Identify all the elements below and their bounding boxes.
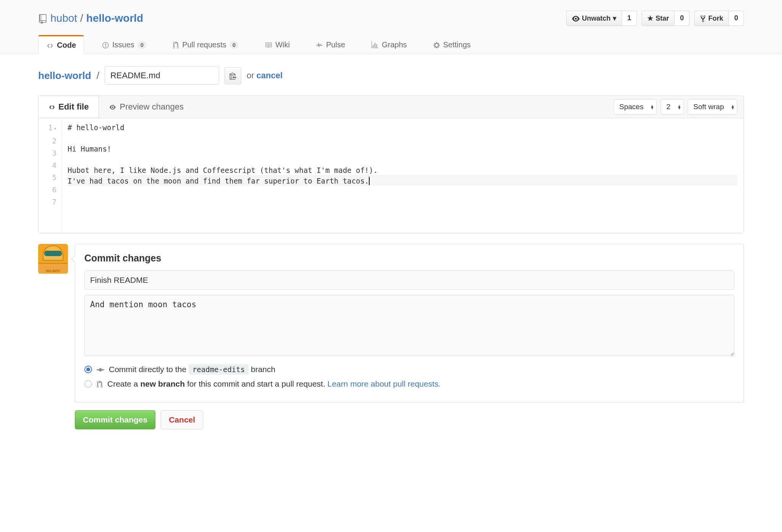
star-icon: ★ <box>647 14 653 23</box>
repo-header: hubot / hello-world Unwatch ▾ 1 ★ Star <box>0 0 782 54</box>
avatar: HU-BOT <box>38 244 68 274</box>
breadcrumb: hello-world / or cancel <box>38 66 744 85</box>
commit-heading: Commit changes <box>84 253 734 264</box>
tab-code-label: Code <box>57 41 76 50</box>
editor-box: Edit file Preview changes Spaces ▴▾ 2 ▴▾ <box>38 95 744 233</box>
commit-icon <box>97 366 104 374</box>
watch-count[interactable]: 1 <box>622 11 637 26</box>
cancel-link[interactable]: cancel <box>257 71 283 80</box>
fork-button[interactable]: Fork <box>694 11 729 26</box>
breadcrumb-root[interactable]: hello-world <box>38 70 91 82</box>
repo-title: hubot / hello-world <box>38 12 143 24</box>
radio-newbranch[interactable] <box>84 380 92 388</box>
repo-name-link[interactable]: hello-world <box>86 12 143 24</box>
code-icon <box>46 41 54 50</box>
tab-graphs-label: Graphs <box>382 40 407 49</box>
tab-pulls-label: Pull requests <box>182 40 226 49</box>
tab-wiki[interactable]: Wiki <box>257 35 298 54</box>
commit-changes-button[interactable]: Commit changes <box>75 410 155 429</box>
commit-box: Commit changes Commit directly to the re… <box>75 244 744 403</box>
tab-settings[interactable]: Settings <box>425 35 479 54</box>
issues-count: 0 <box>137 41 147 49</box>
star-label: Star <box>656 15 669 23</box>
caret-sort-icon: ▴▾ <box>651 105 653 109</box>
issue-icon <box>102 40 109 49</box>
cancel-button[interactable]: Cancel <box>161 410 203 429</box>
tab-preview-changes[interactable]: Preview changes <box>99 96 194 118</box>
book-icon <box>265 40 272 49</box>
repo-tabs: Code Issues 0 Pull requests 0 Wiki Pulse <box>38 35 744 54</box>
indent-mode-select[interactable]: Spaces ▴▾ <box>614 99 657 114</box>
or-cancel: or cancel <box>247 71 283 81</box>
radio-direct[interactable] <box>84 366 92 373</box>
repo-owner-link[interactable]: hubot <box>50 12 77 24</box>
tab-edit-file[interactable]: Edit file <box>39 95 99 118</box>
opt-direct-text: Commit directly to the readme-edits bran… <box>109 365 275 374</box>
indent-size-select[interactable]: 2 ▴▾ <box>661 99 684 114</box>
tab-issues[interactable]: Issues 0 <box>94 35 155 54</box>
branch-chip: readme-edits <box>189 364 249 375</box>
edit-tab-label: Edit file <box>58 102 89 112</box>
caret-sort-icon: ▴▾ <box>678 105 680 109</box>
pulse-icon <box>316 40 323 49</box>
pr-icon <box>97 380 103 388</box>
pr-icon <box>173 40 179 49</box>
unwatch-group: Unwatch ▾ 1 <box>566 11 637 26</box>
tab-settings-label: Settings <box>443 40 471 49</box>
learn-more-link[interactable]: Learn more about pull requests. <box>328 379 441 388</box>
commit-summary-input[interactable] <box>84 271 734 290</box>
commit-option-newbranch[interactable]: Create a new branch for this commit and … <box>84 379 734 389</box>
code-lines[interactable]: # hello-worldHi Humans!Hubot here, I lik… <box>61 118 743 233</box>
commit-description-textarea[interactable] <box>84 295 734 356</box>
repo-icon <box>38 12 47 24</box>
code-icon <box>48 102 55 112</box>
tab-pulse[interactable]: Pulse <box>308 35 353 54</box>
breadcrumb-separator: / <box>97 70 99 82</box>
filename-input[interactable] <box>105 66 219 85</box>
wrap-mode-select[interactable]: Soft wrap ▴▾ <box>688 99 737 114</box>
fork-group: Fork 0 <box>694 11 744 26</box>
line-gutter: 1▾234567 <box>39 118 61 233</box>
star-group: ★ Star 0 <box>641 11 690 26</box>
tab-graphs[interactable]: Graphs <box>363 35 415 54</box>
opt-new-text: Create a new branch for this commit and … <box>107 379 441 389</box>
tab-pulls[interactable]: Pull requests 0 <box>165 35 247 54</box>
unwatch-button[interactable]: Unwatch ▾ <box>566 11 622 26</box>
unwatch-label: Unwatch <box>582 15 611 23</box>
eye-icon <box>109 102 116 112</box>
star-button[interactable]: ★ Star <box>641 11 675 26</box>
star-count[interactable]: 0 <box>675 11 690 26</box>
preview-tab-label: Preview changes <box>120 102 184 112</box>
graph-icon <box>371 40 379 49</box>
caret-down-icon: ▾ <box>613 14 616 23</box>
tab-pulse-label: Pulse <box>326 40 345 49</box>
caret-sort-icon: ▴▾ <box>732 105 734 109</box>
fork-count[interactable]: 0 <box>729 11 744 26</box>
commit-option-direct[interactable]: Commit directly to the readme-edits bran… <box>84 365 734 374</box>
pulls-count: 0 <box>229 41 239 49</box>
fork-icon <box>700 14 706 22</box>
fork-label: Fork <box>708 15 723 23</box>
avatar-label: HU-BOT <box>38 269 68 273</box>
eye-icon <box>572 14 580 22</box>
tab-wiki-label: Wiki <box>275 40 290 49</box>
gear-icon <box>433 40 440 49</box>
code-editor[interactable]: 1▾234567 # hello-worldHi Humans!Hubot he… <box>39 118 743 233</box>
clipboard-icon <box>229 71 236 80</box>
tab-issues-label: Issues <box>112 40 134 49</box>
main-content: hello-world / or cancel Edit file <box>0 54 782 442</box>
tab-code[interactable]: Code <box>38 35 84 54</box>
clipboard-button[interactable] <box>225 67 241 84</box>
